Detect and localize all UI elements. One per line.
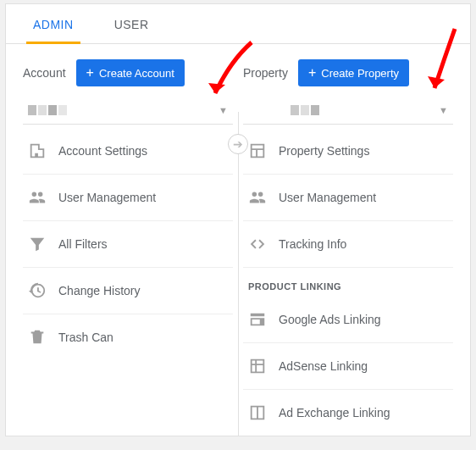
code-icon xyxy=(248,235,267,253)
property-selected-placeholder xyxy=(291,105,319,115)
plus-icon: + xyxy=(86,66,94,80)
account-settings-item[interactable]: Account Settings xyxy=(23,128,233,175)
property-label: Property xyxy=(243,66,288,80)
menu-label: User Management xyxy=(58,190,156,205)
caret-down-icon: ▼ xyxy=(219,105,228,115)
plus-icon: + xyxy=(308,66,316,80)
menu-label: Tracking Info xyxy=(279,236,346,252)
history-icon xyxy=(28,281,47,300)
menu-label: Property Settings xyxy=(279,143,369,158)
admin-tabs: ADMIN USER xyxy=(6,4,470,44)
menu-label: User Management xyxy=(279,190,376,205)
building-icon xyxy=(28,142,47,160)
property-column: Property + Create Property ▼ Property Se… xyxy=(238,59,458,436)
create-account-label: Create Account xyxy=(99,67,174,80)
ads-icon xyxy=(248,310,267,329)
layout-icon xyxy=(248,142,267,160)
arrow-right-icon: ➔ xyxy=(233,137,243,151)
menu-label: AdSense Linking xyxy=(279,358,368,374)
account-user-mgmt-item[interactable]: User Management xyxy=(23,175,233,221)
people-icon xyxy=(248,188,267,207)
tab-user[interactable]: USER xyxy=(114,4,149,43)
caret-down-icon: ▼ xyxy=(439,105,448,115)
menu-label: Change History xyxy=(58,283,141,298)
account-selector[interactable]: ▼ xyxy=(23,98,233,125)
menu-label: Account Settings xyxy=(58,143,147,158)
all-filters-item[interactable]: All Filters xyxy=(23,221,233,268)
menu-label: Google Ads Linking xyxy=(279,312,381,327)
product-linking-section-label: PRODUCT LINKING xyxy=(243,268,453,297)
panel-icon xyxy=(248,403,267,422)
create-property-label: Create Property xyxy=(321,67,399,80)
trash-can-item[interactable]: Trash Can xyxy=(23,314,233,360)
tracking-info-item[interactable]: Tracking Info xyxy=(243,221,453,268)
grid-icon xyxy=(248,357,267,375)
filter-icon xyxy=(28,235,47,253)
adsense-linking-item[interactable]: AdSense Linking xyxy=(243,343,453,390)
account-label: Account xyxy=(23,66,66,80)
menu-label: All Filters xyxy=(58,236,108,252)
trash-icon xyxy=(28,328,47,347)
menu-label: Ad Exchange Linking xyxy=(279,405,390,420)
property-selector[interactable]: ▼ xyxy=(243,98,453,125)
google-ads-linking-item[interactable]: Google Ads Linking xyxy=(243,297,453,343)
property-settings-item[interactable]: Property Settings xyxy=(243,128,453,175)
transfer-property-button[interactable]: ➔ xyxy=(228,134,248,154)
change-history-item[interactable]: Change History xyxy=(23,268,233,314)
account-column: Account + Create Account ▼ Account Setti… xyxy=(18,59,238,436)
create-account-button[interactable]: + Create Account xyxy=(76,59,185,86)
ad-exchange-linking-item[interactable]: Ad Exchange Linking xyxy=(243,390,453,436)
menu-label: Trash Can xyxy=(58,330,113,345)
tab-admin[interactable]: ADMIN xyxy=(33,4,74,43)
account-selected-placeholder xyxy=(28,105,67,115)
create-property-button[interactable]: + Create Property xyxy=(298,59,409,86)
people-icon xyxy=(28,188,47,207)
property-user-mgmt-item[interactable]: User Management xyxy=(243,175,453,221)
